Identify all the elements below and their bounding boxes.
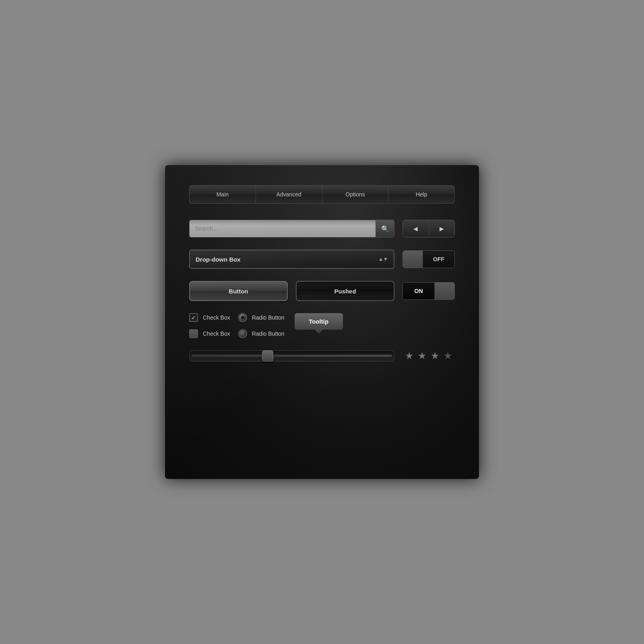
controls-row: Check Box Check Box Radio Button Radio B… — [189, 313, 455, 338]
list-item: Radio Button — [238, 329, 285, 338]
bottom-row: ★ ★ ★ ★ — [189, 350, 455, 361]
dropdown-row: Drop-down Box ▲▼ OFF — [189, 250, 455, 269]
ui-panel: Main Advanced Options Help 🔍 ◀ ▶ Drop-do… — [165, 165, 479, 479]
slider-container — [189, 350, 394, 361]
star-4[interactable]: ★ — [444, 350, 452, 361]
search-icon: 🔍 — [381, 225, 389, 233]
radio-2-label: Radio Button — [252, 330, 285, 337]
checkbox-1-label: Check Box — [203, 314, 230, 321]
toggle-thumb — [403, 251, 423, 268]
nav-item-options[interactable]: Options — [322, 186, 389, 203]
star-3[interactable]: ★ — [431, 350, 440, 361]
slider-thumb[interactable] — [262, 350, 273, 361]
toggle-off-label: OFF — [423, 251, 454, 268]
dropdown-select[interactable]: Drop-down Box ▲▼ — [189, 250, 394, 269]
toggle-on: ON — [403, 283, 454, 299]
stars-container: ★ ★ ★ ★ — [402, 350, 455, 361]
arrow-left-button[interactable]: ◀ — [403, 220, 429, 237]
search-row: 🔍 ◀ ▶ — [189, 220, 455, 237]
toggle-off: OFF — [403, 251, 454, 268]
slider-track — [192, 355, 392, 357]
toggle-thumb-on — [434, 283, 454, 299]
normal-button[interactable]: Button — [189, 281, 288, 301]
radio-group: Radio Button Radio Button — [238, 313, 285, 338]
button-group: Button Pushed — [189, 281, 394, 301]
arrow-right-button[interactable]: ▶ — [429, 220, 455, 237]
dropdown-arrow-icon: ▲▼ — [378, 256, 388, 262]
toggle-on-label: ON — [403, 283, 434, 299]
nav-item-help[interactable]: Help — [388, 186, 454, 203]
search-button[interactable]: 🔍 — [376, 220, 394, 237]
arrow-group: ◀ ▶ — [402, 220, 455, 237]
checkbox-1[interactable] — [189, 313, 198, 322]
tooltip: Tooltip — [295, 313, 343, 330]
tooltip-container: Tooltip — [293, 313, 345, 330]
nav-item-main[interactable]: Main — [190, 186, 256, 203]
check-group: Check Box Check Box — [189, 313, 230, 338]
radio-1-label: Radio Button — [252, 314, 285, 321]
list-item: Check Box — [189, 313, 230, 322]
nav-item-advanced[interactable]: Advanced — [256, 186, 322, 203]
list-item: Radio Button — [238, 313, 285, 322]
radio-button-1[interactable] — [238, 313, 247, 322]
tooltip-label: Tooltip — [309, 318, 328, 325]
search-group: 🔍 — [189, 220, 394, 237]
dropdown-group: Drop-down Box ▲▼ — [189, 250, 394, 269]
star-1[interactable]: ★ — [405, 350, 414, 361]
radio-button-2[interactable] — [238, 329, 247, 338]
star-2[interactable]: ★ — [418, 350, 427, 361]
checkbox-2-label: Check Box — [203, 330, 230, 337]
list-item: Check Box — [189, 329, 230, 338]
toggle-on-container[interactable]: ON — [402, 282, 455, 300]
nav-bar: Main Advanced Options Help — [189, 185, 455, 204]
pushed-button[interactable]: Pushed — [296, 281, 394, 301]
search-input[interactable] — [190, 220, 376, 237]
checkbox-2[interactable] — [189, 329, 198, 338]
toggle-off-container[interactable]: OFF — [402, 250, 455, 268]
dropdown-label: Drop-down Box — [196, 256, 241, 263]
buttons-row: Button Pushed ON — [189, 281, 455, 301]
